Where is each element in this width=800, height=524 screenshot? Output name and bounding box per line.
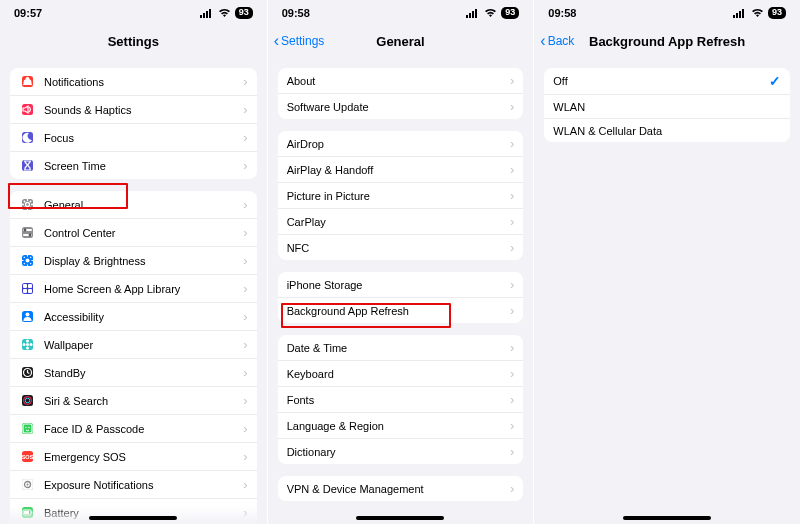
row-keyboard[interactable]: Keyboard› xyxy=(278,360,524,386)
row-language[interactable]: Language & Region› xyxy=(278,412,524,438)
row-airdrop[interactable]: AirDrop› xyxy=(278,131,524,156)
general-group-4: Date & Time›Keyboard›Fonts›Language & Re… xyxy=(278,335,524,464)
row-bgrefresh[interactable]: Background App Refresh› xyxy=(278,297,524,323)
svg-point-29 xyxy=(30,343,33,346)
row-controlcenter[interactable]: Control Center› xyxy=(10,218,257,246)
row-pip[interactable]: Picture in Picture› xyxy=(278,182,524,208)
row-nfc[interactable]: NFC› xyxy=(278,234,524,260)
row-airplay[interactable]: AirPlay & Handoff› xyxy=(278,156,524,182)
status-bar: 09:57 93 xyxy=(0,0,267,26)
row-label: Accessibility xyxy=(44,311,239,323)
row-sounds[interactable]: Sounds & Haptics› xyxy=(10,95,257,123)
row-label: About xyxy=(287,75,506,87)
row-vpn[interactable]: VPN & Device Management› xyxy=(278,476,524,501)
flower-icon xyxy=(19,336,36,353)
chevron-right-icon: › xyxy=(510,418,514,433)
row-storage[interactable]: iPhone Storage› xyxy=(278,272,524,297)
row-exposure[interactable]: Exposure Notifications› xyxy=(10,470,257,498)
chevron-right-icon: › xyxy=(510,303,514,318)
battery-icon xyxy=(19,504,36,521)
row-label: CarPlay xyxy=(287,216,506,228)
row-sos[interactable]: SOSEmergency SOS› xyxy=(10,442,257,470)
svg-rect-2 xyxy=(206,11,208,18)
back-button[interactable]: ‹ Settings xyxy=(274,26,325,56)
general-group-3: iPhone Storage›Background App Refresh› xyxy=(278,272,524,323)
status-bar: 09:58 93 xyxy=(268,0,534,26)
svg-rect-21 xyxy=(28,289,32,293)
row-fonts[interactable]: Fonts› xyxy=(278,386,524,412)
svg-rect-55 xyxy=(739,11,741,18)
row-faceid[interactable]: Face ID & Passcode› xyxy=(10,414,257,442)
row-wlancell[interactable]: WLAN & Cellular Data xyxy=(544,118,790,142)
status-time: 09:57 xyxy=(14,7,42,19)
chevron-right-icon: › xyxy=(243,337,247,352)
signal-icon xyxy=(733,8,747,18)
row-label: Date & Time xyxy=(287,342,506,354)
row-about[interactable]: About› xyxy=(278,68,524,93)
face-icon xyxy=(19,420,36,437)
row-notifications[interactable]: Notifications› xyxy=(10,68,257,95)
row-label: Screen Time xyxy=(44,160,239,172)
page-title: General xyxy=(376,34,424,49)
row-label: StandBy xyxy=(44,367,239,379)
svg-point-43 xyxy=(27,484,29,486)
row-label: Off xyxy=(553,75,769,87)
row-wallpaper[interactable]: Wallpaper› xyxy=(10,330,257,358)
svg-point-13 xyxy=(24,229,27,232)
row-label: NFC xyxy=(287,242,506,254)
row-carplay[interactable]: CarPlay› xyxy=(278,208,524,234)
row-screentime[interactable]: Screen Time› xyxy=(10,151,257,179)
status-bar: 09:58 93 xyxy=(534,0,800,26)
general-group-1: About›Software Update› xyxy=(278,68,524,119)
chevron-right-icon: › xyxy=(510,340,514,355)
chevron-right-icon: › xyxy=(243,158,247,173)
svg-rect-18 xyxy=(23,284,27,288)
row-homescreen[interactable]: Home Screen & App Library› xyxy=(10,274,257,302)
back-button[interactable]: ‹ Back xyxy=(540,26,574,56)
chevron-right-icon: › xyxy=(510,366,514,381)
row-wlan[interactable]: WLAN xyxy=(544,94,790,118)
svg-rect-53 xyxy=(733,15,735,18)
nav-bar: ‹ Settings General xyxy=(268,26,534,56)
chevron-right-icon: › xyxy=(510,136,514,151)
svg-text:SOS: SOS xyxy=(22,454,33,460)
row-display[interactable]: Display & Brightness› xyxy=(10,246,257,274)
row-software[interactable]: Software Update› xyxy=(278,93,524,119)
row-battery[interactable]: Battery› xyxy=(10,498,257,524)
svg-rect-46 xyxy=(31,512,32,514)
svg-rect-0 xyxy=(200,15,202,18)
row-off[interactable]: Off✓ xyxy=(544,68,790,94)
row-accessibility[interactable]: Accessibility› xyxy=(10,302,257,330)
row-label: Sounds & Haptics xyxy=(44,104,239,116)
chevron-left-icon: ‹ xyxy=(540,33,545,49)
settings-group-1: Notifications›Sounds & Haptics›Focus›Scr… xyxy=(10,68,257,179)
row-focus[interactable]: Focus› xyxy=(10,123,257,151)
row-dictionary[interactable]: Dictionary› xyxy=(278,438,524,464)
signal-icon xyxy=(200,8,214,18)
chevron-right-icon: › xyxy=(243,281,247,296)
row-siri[interactable]: Siri & Search› xyxy=(10,386,257,414)
svg-point-37 xyxy=(25,427,26,428)
chevron-right-icon: › xyxy=(243,225,247,240)
chevron-right-icon: › xyxy=(243,393,247,408)
chevron-right-icon: › xyxy=(243,449,247,464)
row-datetime[interactable]: Date & Time› xyxy=(278,335,524,360)
row-label: Language & Region xyxy=(287,420,506,432)
row-label: Notifications xyxy=(44,76,239,88)
home-indicator xyxy=(356,516,444,520)
battery-indicator: 93 xyxy=(235,7,253,19)
svg-point-23 xyxy=(26,313,30,317)
svg-rect-47 xyxy=(24,511,29,514)
row-standby[interactable]: StandBy› xyxy=(10,358,257,386)
nav-bar: Settings xyxy=(0,26,267,56)
bgrefresh-options: Off✓WLANWLAN & Cellular Data xyxy=(544,68,790,142)
svg-rect-20 xyxy=(23,289,27,293)
row-label: Software Update xyxy=(287,101,506,113)
row-label: Home Screen & App Library xyxy=(44,283,239,295)
row-label: Face ID & Passcode xyxy=(44,423,239,435)
row-general[interactable]: General› xyxy=(10,191,257,218)
speaker-icon xyxy=(19,101,36,118)
svg-rect-52 xyxy=(475,9,477,18)
row-label: Siri & Search xyxy=(44,395,239,407)
row-label: Fonts xyxy=(287,394,506,406)
